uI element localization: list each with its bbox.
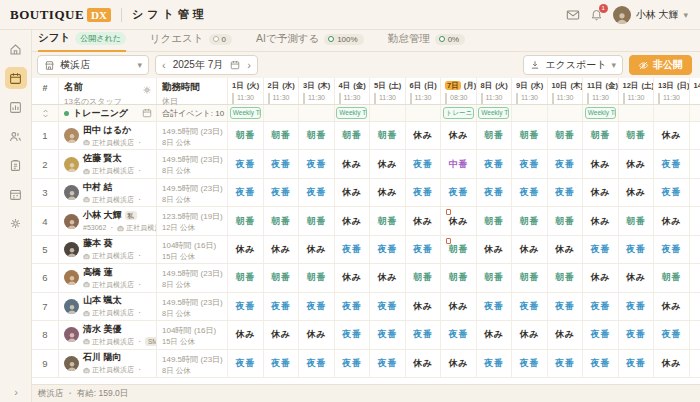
training-event-badge[interactable]: トレーニ... bbox=[443, 107, 474, 119]
shift-cell[interactable] bbox=[689, 179, 700, 206]
shift-cell[interactable]: 休み bbox=[263, 236, 299, 263]
calendar-icon[interactable] bbox=[142, 108, 152, 118]
shift-cell[interactable]: 夜番 bbox=[227, 350, 263, 377]
unpublish-button[interactable]: 非公開 bbox=[629, 55, 692, 75]
training-day-cell[interactable] bbox=[689, 105, 700, 121]
shift-cell[interactable]: 夜番 bbox=[298, 293, 334, 320]
shift-cell[interactable]: 休み bbox=[653, 293, 689, 320]
shift-cell[interactable]: 休み bbox=[582, 179, 618, 206]
shift-cell[interactable]: 夜番 bbox=[618, 236, 654, 263]
shift-cell[interactable]: 中番 bbox=[440, 150, 476, 177]
training-day-cell[interactable]: トレーニ... bbox=[440, 105, 476, 121]
shift-cell[interactable]: 休み bbox=[405, 122, 441, 149]
shift-cell[interactable]: 朝番 bbox=[263, 122, 299, 149]
sidebar-item-staff[interactable] bbox=[5, 125, 27, 147]
shift-cell[interactable]: 朝番 bbox=[476, 122, 512, 149]
shift-cell[interactable]: 夜番 bbox=[334, 321, 370, 348]
shift-cell[interactable]: 夜番 bbox=[547, 293, 583, 320]
training-day-cell[interactable] bbox=[369, 105, 405, 121]
training-day-cell[interactable]: Weekly Tr... bbox=[582, 105, 618, 121]
training-event-badge[interactable]: Weekly Tr... bbox=[585, 107, 616, 119]
shift-cell[interactable]: 夜番 bbox=[582, 350, 618, 377]
sidebar-item-requests[interactable] bbox=[5, 154, 27, 176]
shift-cell[interactable]: 朝番 bbox=[547, 122, 583, 149]
tab-shift[interactable]: シフト 公開された bbox=[38, 31, 126, 52]
shift-cell[interactable]: 夜番 bbox=[263, 350, 299, 377]
staff-name-cell[interactable]: 小林 大輝私#53062 ・正社員横浜店 ・SD bbox=[58, 207, 156, 234]
shift-cell[interactable]: 夜番 bbox=[263, 150, 299, 177]
staff-name-cell[interactable]: 石川 陽向正社員横浜店 ・ bbox=[58, 350, 156, 377]
collapse-icon[interactable] bbox=[32, 105, 58, 121]
shift-cell[interactable]: 夜番 bbox=[618, 293, 654, 320]
shift-cell[interactable]: 夜番 bbox=[547, 179, 583, 206]
calendar-icon[interactable] bbox=[230, 60, 240, 70]
training-day-cell[interactable] bbox=[547, 105, 583, 121]
tab-request[interactable]: リクエスト 0 bbox=[150, 32, 232, 51]
user-menu[interactable]: 小林 大輝 ▾ bbox=[613, 6, 688, 24]
shift-cell[interactable]: 夜番 bbox=[440, 179, 476, 206]
shift-cell[interactable]: 朝番 bbox=[618, 207, 654, 234]
shift-cell[interactable]: 休み bbox=[369, 264, 405, 291]
shift-cell[interactable]: 夜番 bbox=[263, 179, 299, 206]
shift-cell[interactable]: 夜番 bbox=[369, 293, 405, 320]
shift-cell[interactable]: 休み bbox=[405, 293, 441, 320]
training-day-cell[interactable] bbox=[405, 105, 441, 121]
shift-cell[interactable]: 休み bbox=[334, 179, 370, 206]
shift-cell[interactable]: 休み bbox=[298, 321, 334, 348]
shift-cell[interactable]: 休み bbox=[369, 179, 405, 206]
shift-cell[interactable]: 朝番 bbox=[582, 122, 618, 149]
sidebar-item-schedule[interactable] bbox=[5, 183, 27, 205]
shift-cell[interactable]: 朝番 bbox=[263, 264, 299, 291]
shift-cell[interactable]: 夜番 bbox=[476, 350, 512, 377]
gear-icon[interactable] bbox=[142, 85, 152, 95]
shift-cell[interactable]: 夜番 bbox=[334, 293, 370, 320]
training-day-cell[interactable]: Weekly Tr... bbox=[334, 105, 370, 121]
shift-cell[interactable]: 休み bbox=[227, 321, 263, 348]
sidebar-expand-chevron[interactable]: › bbox=[0, 386, 32, 398]
shift-cell[interactable]: 休み bbox=[440, 122, 476, 149]
shift-cell[interactable]: 休み bbox=[653, 207, 689, 234]
shift-cell[interactable]: 朝番 bbox=[476, 264, 512, 291]
shift-cell[interactable]: 夜番 bbox=[263, 293, 299, 320]
shift-cell[interactable]: 休み bbox=[582, 264, 618, 291]
shift-cell[interactable]: 夜番 bbox=[653, 321, 689, 348]
export-button[interactable]: エクスポート ▾ bbox=[523, 55, 623, 75]
shift-cell[interactable]: 朝番 bbox=[547, 264, 583, 291]
shift-cell[interactable]: 休み bbox=[334, 264, 370, 291]
shift-cell[interactable] bbox=[689, 321, 700, 348]
sidebar-item-shifts[interactable] bbox=[5, 67, 27, 89]
staff-name-cell[interactable]: 藤本 葵正社員横浜店 ・ bbox=[58, 236, 156, 263]
shift-cell[interactable]: 休み bbox=[334, 150, 370, 177]
shift-cell[interactable]: 朝番 bbox=[511, 207, 547, 234]
store-select[interactable]: 横浜店 ▾ bbox=[37, 55, 149, 75]
shift-cell[interactable]: 夜番 bbox=[476, 293, 512, 320]
shift-cell[interactable]: 夜番 bbox=[298, 179, 334, 206]
shift-cell[interactable]: 夜番 bbox=[653, 150, 689, 177]
shift-cell[interactable]: 夜番 bbox=[369, 350, 405, 377]
sidebar-item-analytics[interactable] bbox=[5, 96, 27, 118]
shift-cell[interactable]: 休み bbox=[547, 321, 583, 348]
shift-cell[interactable]: 休み bbox=[511, 321, 547, 348]
training-day-cell[interactable] bbox=[653, 105, 689, 121]
shift-cell[interactable]: 夜番 bbox=[582, 293, 618, 320]
shift-cell[interactable]: 朝番 bbox=[547, 207, 583, 234]
shift-cell[interactable]: 夜番 bbox=[405, 236, 441, 263]
shift-cell[interactable]: 夜番 bbox=[618, 350, 654, 377]
shift-cell[interactable]: 休み bbox=[476, 321, 512, 348]
shift-cell[interactable]: 休み bbox=[440, 207, 476, 234]
shift-cell[interactable]: 休み bbox=[511, 236, 547, 263]
shift-cell[interactable]: 夜番 bbox=[298, 150, 334, 177]
shift-cell[interactable]: 夜番 bbox=[582, 236, 618, 263]
shift-cell[interactable]: 休み bbox=[653, 350, 689, 377]
shift-cell[interactable]: 休み bbox=[476, 236, 512, 263]
staff-name-cell[interactable]: 山本 颯太正社員横浜店 ・ bbox=[58, 293, 156, 320]
shift-cell[interactable]: 休み bbox=[618, 179, 654, 206]
shift-cell[interactable] bbox=[689, 293, 700, 320]
shift-cell[interactable]: 休み bbox=[369, 150, 405, 177]
staff-name-cell[interactable]: 中村 結正社員横浜店 ・ bbox=[58, 179, 156, 206]
shift-cell[interactable]: 夜番 bbox=[618, 321, 654, 348]
shift-cell[interactable]: 夜番 bbox=[653, 236, 689, 263]
next-month-chevron[interactable]: › bbox=[247, 60, 251, 71]
shift-cell[interactable]: 夜番 bbox=[476, 150, 512, 177]
shift-cell[interactable]: 休み bbox=[582, 150, 618, 177]
